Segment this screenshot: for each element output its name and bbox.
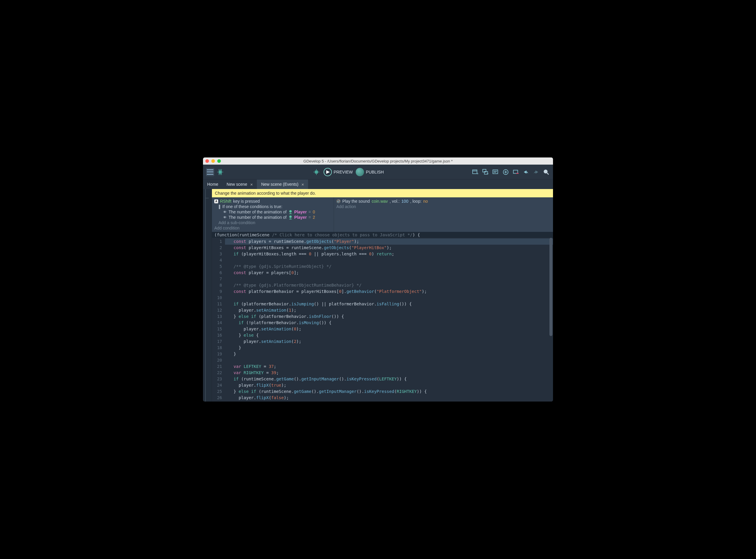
line-number: 13 — [212, 313, 222, 320]
code-line[interactable]: if (runtimeScene.getGame().getInputManag… — [225, 376, 553, 382]
tab-bar: Home New scene × New scene (Events) × — [203, 179, 553, 189]
or-icon: ‖ — [219, 204, 221, 209]
code-line[interactable] — [225, 357, 553, 363]
globe-icon — [356, 168, 364, 176]
tab-label: New scene (Events) — [261, 182, 298, 187]
line-number: 6 — [212, 270, 222, 276]
code-line[interactable]: var LEFTKEY = 37; — [225, 363, 553, 370]
code-editor[interactable]: 1234567891011121314151617181920212223242… — [212, 238, 553, 402]
close-icon[interactable]: × — [250, 182, 253, 187]
conditions-column[interactable]: A RShift key is pressed ‖ If one of thes… — [212, 197, 334, 232]
add-special-button[interactable] — [502, 168, 509, 176]
redo-button[interactable] — [532, 168, 540, 176]
objects-picker-hint[interactable]: /* Click here to choose objects to pass … — [272, 232, 413, 237]
code-line[interactable]: /** @type {gdjs.PlatformerObjectRuntimeB… — [225, 282, 553, 288]
line-number-gutter: 1234567891011121314151617181920212223242… — [212, 238, 225, 402]
code-line[interactable]: player.setAnimation(2); — [225, 338, 553, 345]
code-line[interactable]: player.flipX(false); — [225, 395, 553, 401]
code-line[interactable]: player.flipX(true); — [225, 382, 553, 388]
line-number: 21 — [212, 363, 222, 370]
code-line[interactable]: player.setAnimation(0); — [225, 326, 553, 332]
add-subevent-button[interactable]: + — [482, 168, 489, 176]
code-line[interactable]: const platformerBehavior = playerHitBoxe… — [225, 288, 553, 295]
line-number: 8 — [212, 282, 222, 288]
line-number: 7 — [212, 276, 222, 282]
code-text: ) { — [413, 232, 420, 237]
add-comment-button[interactable] — [492, 168, 500, 176]
eye-icon: 👁 — [223, 210, 227, 214]
publish-button[interactable]: PUBLISH — [356, 168, 384, 176]
code-body[interactable]: const players = runtimeScene.getObjects(… — [225, 238, 553, 402]
publish-label: PUBLISH — [366, 170, 384, 174]
line-number: 16 — [212, 332, 222, 338]
event-comment[interactable]: Change the animation according to what t… — [212, 189, 553, 197]
code-line[interactable]: } else if (platformerBehavior.isOnFloor(… — [225, 313, 553, 320]
search-button[interactable] — [542, 168, 550, 176]
code-line[interactable]: } else if (runtimeScene.getGame().getInp… — [225, 388, 553, 395]
condition-text: The number of the animation of — [229, 209, 287, 214]
line-number: 3 — [212, 251, 222, 257]
code-line[interactable] — [225, 257, 553, 263]
code-line[interactable] — [225, 295, 553, 301]
code-line[interactable]: } — [225, 345, 553, 351]
js-event-header[interactable]: (function(runtimeScene /* Click here to … — [212, 232, 553, 238]
svg-rect-9 — [315, 171, 318, 174]
app-window: GDevelop 5 - /Users/florian/Documents/GD… — [203, 157, 553, 402]
action-text: Play the sound — [342, 199, 370, 204]
code-line[interactable] — [225, 276, 553, 282]
delete-button[interactable] — [512, 168, 520, 176]
menu-icon — [207, 170, 213, 175]
maximize-window-button[interactable] — [217, 159, 221, 163]
preview-button[interactable]: PREVIEW — [323, 168, 353, 176]
code-line[interactable]: const player = players[0]; — [225, 270, 553, 276]
minimize-window-button[interactable] — [211, 159, 215, 163]
toolbar: PREVIEW PUBLISH + + — [203, 164, 553, 179]
code-line[interactable]: } else { — [225, 332, 553, 338]
key-name: RShift — [220, 199, 231, 204]
project-manager-button[interactable] — [206, 168, 214, 176]
close-window-button[interactable] — [205, 159, 209, 163]
preview-label: PREVIEW — [334, 170, 353, 174]
svg-point-30 — [289, 210, 292, 213]
scrollbar-thumb[interactable] — [549, 238, 552, 336]
debug-chip-button[interactable] — [312, 168, 321, 176]
line-number: 20 — [212, 357, 222, 363]
play-icon — [323, 168, 332, 176]
line-number: 15 — [212, 326, 222, 332]
undo-button[interactable] — [522, 168, 530, 176]
svg-point-28 — [544, 170, 548, 173]
code-line[interactable]: if (platformerBehavior.isJumping() || pl… — [225, 301, 553, 307]
line-number: 2 — [212, 245, 222, 251]
condition-text: key is pressed — [233, 199, 259, 204]
line-number: 17 — [212, 338, 222, 345]
code-line[interactable]: player.setAnimation(1); — [225, 307, 553, 313]
tab-new-scene-events[interactable]: New scene (Events) × — [257, 179, 308, 189]
add-condition-button[interactable]: Add condition — [214, 226, 239, 230]
code-line[interactable]: const players = runtimeScene.getObjects(… — [225, 239, 553, 245]
line-number: 24 — [212, 382, 222, 388]
svg-text:+: + — [477, 172, 479, 175]
keyboard-icon: A — [214, 199, 218, 203]
tab-new-scene[interactable]: New scene × — [222, 179, 257, 189]
add-event-button[interactable]: + — [472, 168, 479, 176]
code-line[interactable]: /** @type {gdjs.SpriteRuntimeObject} */ — [225, 263, 553, 270]
svg-line-29 — [547, 173, 549, 174]
actions-column[interactable]: 🔊 Play the sound coin.wav, vol.: 100, lo… — [334, 197, 553, 232]
svg-text:+: + — [487, 172, 489, 175]
window-title: GDevelop 5 - /Users/florian/Documents/GD… — [203, 159, 553, 163]
line-number: 11 — [212, 301, 222, 307]
code-line[interactable]: } — [225, 351, 553, 357]
loop-value: no — [423, 199, 428, 204]
add-action-button[interactable]: Add action — [336, 204, 356, 209]
code-line[interactable]: var RIGHTKEY = 39; — [225, 370, 553, 376]
code-line[interactable]: if (playerHitBoxes.length === 0 || playe… — [225, 251, 553, 257]
object-name: Player — [294, 209, 307, 214]
tab-home[interactable]: Home — [203, 179, 222, 189]
code-line[interactable]: if (!platformerBehavior.isMoving()) { — [225, 320, 553, 326]
line-number: 10 — [212, 295, 222, 301]
add-sub-condition-button[interactable]: Add a sub-condition — [219, 220, 255, 225]
debugger-button[interactable] — [216, 168, 224, 176]
volume-value: 100 — [402, 199, 408, 204]
code-line[interactable]: const playerHitBoxes = runtimeScene.getO… — [225, 245, 553, 251]
close-icon[interactable]: × — [301, 182, 304, 187]
